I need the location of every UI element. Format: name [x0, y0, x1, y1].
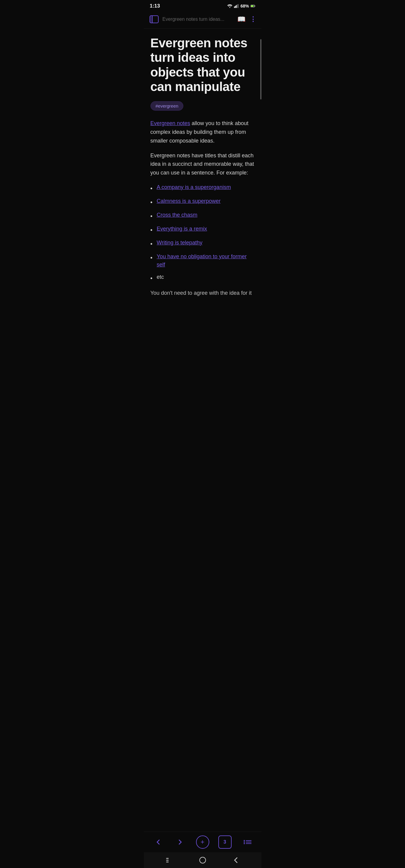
tag-badge[interactable]: #evergreen: [150, 101, 184, 111]
list-item: • etc: [150, 273, 255, 283]
svg-rect-0: [234, 7, 235, 8]
list-link-2[interactable]: Calmness is a superpower: [157, 197, 221, 205]
sidebar-toggle-button[interactable]: [149, 14, 160, 25]
list-item: • A company is a superorganism: [150, 183, 255, 193]
sidebar-icon: [150, 16, 158, 23]
nav-right-icons: 📖 ⋮: [237, 16, 257, 23]
bullet-3: •: [150, 212, 152, 221]
svg-rect-1: [235, 6, 236, 8]
status-time: 1:13: [150, 3, 160, 9]
list-item: • Everything is a remix: [150, 225, 255, 235]
list-link-4[interactable]: Everything is a remix: [157, 225, 207, 233]
wifi-icon: [227, 4, 232, 8]
battery-icon: ⚡: [251, 4, 255, 8]
paragraph-1: Evergreen notes allow you to think about…: [150, 119, 255, 145]
list-item: • You have no obligation to your former …: [150, 253, 255, 269]
svg-rect-2: [236, 5, 237, 8]
bullet-6: •: [150, 253, 152, 262]
bullet-7: •: [150, 274, 152, 283]
bullet-1: •: [150, 184, 152, 193]
list-link-6[interactable]: You have no obligation to your former se…: [157, 253, 255, 269]
list-item: • Cross the chasm: [150, 211, 255, 221]
svg-rect-6: [255, 5, 255, 6]
list-item: • Calmness is a superpower: [150, 197, 255, 207]
partial-text: You don't need to agree with the idea fo…: [150, 289, 255, 298]
example-list: • A company is a superorganism • Calmnes…: [150, 183, 255, 283]
list-link-1[interactable]: A company is a superorganism: [157, 183, 231, 191]
svg-rect-3: [237, 4, 238, 8]
svg-rect-11: [150, 16, 152, 23]
more-options-button[interactable]: ⋮: [250, 16, 257, 23]
svg-rect-4: [238, 4, 238, 8]
status-icons: 68% ⚡: [227, 4, 255, 8]
list-item-plain-7: etc: [157, 273, 164, 281]
battery-text: 68%: [240, 4, 249, 8]
bullet-4: •: [150, 225, 152, 235]
paragraph-2: Evergreen notes have titles that distill…: [150, 151, 255, 177]
nav-bar: Evergreen notes turn ideas... 📖 ⋮: [144, 11, 261, 29]
main-content: Evergreen notes turn ideas into objects …: [144, 29, 261, 304]
signal-icon: [234, 4, 239, 8]
nav-title: Evergreen notes turn ideas...: [163, 17, 237, 22]
list-link-5[interactable]: Writing is telepathy: [157, 239, 203, 247]
main-title: Evergreen notes turn ideas into objects …: [150, 36, 255, 94]
list-item: • Writing is telepathy: [150, 239, 255, 248]
bullet-2: •: [150, 198, 152, 207]
book-icon-button[interactable]: 📖: [237, 16, 245, 23]
evergreen-notes-link[interactable]: Evergreen notes: [150, 120, 190, 126]
list-link-3[interactable]: Cross the chasm: [157, 211, 198, 219]
bullet-5: •: [150, 239, 152, 248]
status-bar: 1:13 68% ⚡: [144, 0, 261, 11]
